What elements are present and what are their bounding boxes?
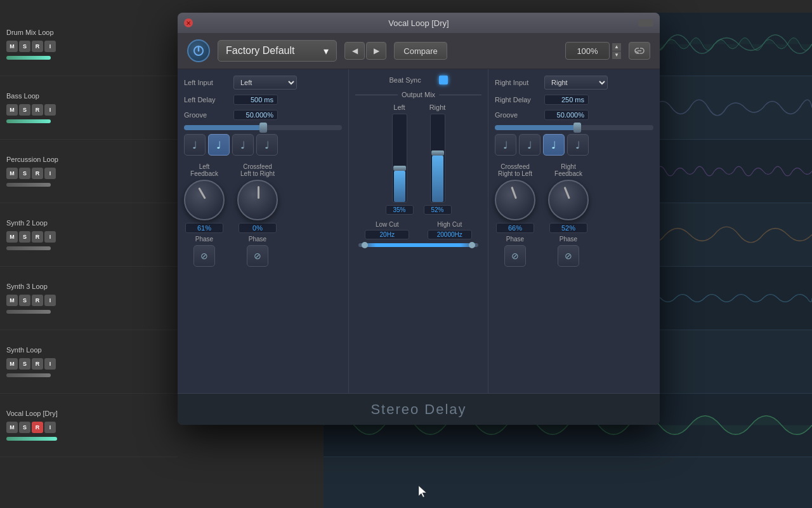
plugin-titlebar: ✕ Vocal Loop [Dry] bbox=[178, 13, 660, 33]
link-button[interactable] bbox=[629, 42, 650, 60]
cut-thumb-high[interactable] bbox=[469, 242, 475, 248]
right-note-icon-1: ♩ bbox=[503, 139, 508, 151]
right-groove-thumb[interactable] bbox=[573, 123, 581, 133]
track-name-5: Synth 3 Loop bbox=[6, 283, 56, 290]
left-note-btn-4[interactable]: ♩ bbox=[256, 134, 278, 156]
record-btn-3[interactable]: R bbox=[32, 168, 43, 179]
right-feedback-phase-btn[interactable]: ⊘ bbox=[558, 245, 579, 267]
nav-prev-button[interactable]: ◀ bbox=[344, 42, 365, 60]
input-btn-5[interactable]: I bbox=[44, 295, 56, 306]
solo-btn-5[interactable]: S bbox=[19, 295, 30, 306]
solo-btn-4[interactable]: S bbox=[19, 231, 30, 243]
input-btn-6[interactable]: I bbox=[44, 358, 56, 370]
fader-2[interactable] bbox=[6, 119, 51, 123]
zoom-down-button[interactable]: ▼ bbox=[612, 51, 621, 59]
left-input-select[interactable]: Left Right Stereo bbox=[233, 76, 297, 90]
fader-7[interactable] bbox=[6, 437, 57, 441]
right-feedback-knob[interactable] bbox=[548, 180, 589, 220]
right-note-btn-1[interactable]: ♩ bbox=[495, 134, 516, 156]
mute-btn-2[interactable]: M bbox=[6, 104, 18, 116]
output-mix-line-left bbox=[355, 95, 398, 95]
left-note-btn-3[interactable]: ♩ bbox=[232, 134, 254, 156]
note-icon-4: ♩ bbox=[265, 139, 270, 151]
left-feedback-knob-item: LeftFeedback 61% Phase ⊘ bbox=[184, 163, 225, 267]
right-fader-thumb[interactable] bbox=[431, 150, 444, 156]
right-note-btn-2[interactable]: ♩ bbox=[519, 134, 540, 156]
right-crossfeed-phase-btn[interactable]: ⊘ bbox=[504, 245, 526, 267]
left-groove-thumb[interactable] bbox=[259, 123, 267, 133]
left-crossfeed-label: CrossfeedLeft to Right bbox=[240, 163, 275, 177]
right-groove-slider[interactable] bbox=[495, 125, 653, 130]
right-crossfeed-phase-label: Phase bbox=[506, 236, 524, 243]
mute-btn-4[interactable]: M bbox=[6, 231, 18, 243]
phase-icon-crossfeed-right: ⊘ bbox=[511, 251, 519, 261]
right-feedback-value: 52% bbox=[549, 223, 587, 233]
left-groove-slider[interactable] bbox=[184, 125, 342, 130]
mute-btn-5[interactable]: M bbox=[6, 295, 18, 306]
nav-next-button[interactable]: ▶ bbox=[366, 42, 386, 60]
cut-slider[interactable] bbox=[358, 243, 478, 247]
compare-button[interactable]: Compare bbox=[394, 42, 447, 60]
close-button[interactable]: ✕ bbox=[184, 18, 193, 27]
mute-btn-7[interactable]: M bbox=[6, 422, 18, 433]
minimize-button[interactable] bbox=[638, 19, 653, 27]
fader-right-value: 52% bbox=[424, 205, 452, 215]
center-panel: Beat Sync Output Mix Left 35% bbox=[349, 69, 488, 393]
solo-btn-6[interactable]: S bbox=[19, 358, 30, 370]
phase-icon-left: ⊘ bbox=[200, 251, 208, 261]
right-input-select[interactable]: Right Left Stereo bbox=[544, 76, 608, 90]
fader-6[interactable] bbox=[6, 373, 51, 377]
input-btn-1[interactable]: I bbox=[44, 41, 56, 52]
power-button[interactable] bbox=[187, 39, 210, 62]
left-fader-thumb[interactable] bbox=[393, 166, 406, 171]
fader-item-right: Right 52% bbox=[424, 104, 452, 215]
input-btn-7[interactable]: I bbox=[44, 422, 56, 433]
record-btn-5[interactable]: R bbox=[32, 295, 43, 306]
mute-btn-3[interactable]: M bbox=[6, 168, 18, 179]
fader-4[interactable] bbox=[6, 246, 51, 250]
zoom-up-button[interactable]: ▲ bbox=[612, 43, 621, 51]
left-crossfeed-phase-btn[interactable]: ⊘ bbox=[247, 245, 268, 267]
solo-btn-1[interactable]: S bbox=[19, 41, 30, 52]
solo-btn-2[interactable]: S bbox=[19, 104, 30, 116]
fader-5[interactable] bbox=[6, 310, 51, 314]
left-crossfeed-knob[interactable] bbox=[237, 180, 278, 220]
track-name-4: Synth 2 Loop bbox=[6, 219, 56, 227]
fader-1[interactable] bbox=[6, 56, 51, 60]
plugin-title: Vocal Loop [Dry] bbox=[388, 18, 449, 28]
preset-dropdown[interactable]: Factory Default ▾ bbox=[218, 40, 337, 62]
right-crossfeed-knob[interactable] bbox=[495, 180, 535, 220]
input-btn-3[interactable]: I bbox=[44, 168, 56, 179]
right-fader-track[interactable] bbox=[430, 114, 445, 203]
record-btn-6[interactable]: R bbox=[32, 358, 43, 370]
solo-btn-7[interactable]: S bbox=[19, 422, 30, 433]
zoom-input[interactable] bbox=[565, 42, 610, 60]
beat-sync-led[interactable] bbox=[439, 76, 448, 84]
input-btn-2[interactable]: I bbox=[44, 104, 56, 116]
left-note-btn-1[interactable]: ♩ bbox=[184, 134, 206, 156]
left-delay-label: Left Delay bbox=[184, 96, 228, 104]
left-delay-row: Left Delay 500 ms bbox=[184, 95, 342, 105]
left-fader-track[interactable] bbox=[392, 114, 407, 203]
plugin-window: ✕ Vocal Loop [Dry] Factory Default ▾ ◀ ▶… bbox=[178, 13, 660, 425]
left-note-buttons: ♩ ♩ ♩ ♩ bbox=[184, 134, 342, 156]
mute-btn-1[interactable]: M bbox=[6, 41, 18, 52]
solo-btn-3[interactable]: S bbox=[19, 168, 30, 179]
record-btn-1[interactable]: R bbox=[32, 41, 43, 52]
record-btn-4[interactable]: R bbox=[32, 231, 43, 243]
right-delay-value: 250 ms bbox=[544, 95, 589, 105]
right-note-btn-4[interactable]: ♩ bbox=[567, 134, 589, 156]
record-btn-2[interactable]: R bbox=[32, 104, 43, 116]
mute-btn-6[interactable]: M bbox=[6, 358, 18, 370]
left-delay-value: 500 ms bbox=[233, 95, 278, 105]
cut-thumb-low[interactable] bbox=[362, 242, 368, 248]
left-note-btn-2[interactable]: ♩ bbox=[208, 134, 230, 156]
left-feedback-phase-btn[interactable]: ⊘ bbox=[193, 245, 215, 267]
left-crossfeed-knob-item: CrossfeedLeft to Right 0% Phase ⊘ bbox=[237, 163, 278, 267]
input-btn-4[interactable]: I bbox=[44, 231, 56, 243]
right-note-btn-3[interactable]: ♩ bbox=[543, 134, 565, 156]
fader-3[interactable] bbox=[6, 183, 51, 187]
left-feedback-knob[interactable] bbox=[184, 180, 225, 220]
record-btn-7[interactable]: R bbox=[32, 422, 43, 433]
fader-left-value: 35% bbox=[386, 205, 414, 215]
